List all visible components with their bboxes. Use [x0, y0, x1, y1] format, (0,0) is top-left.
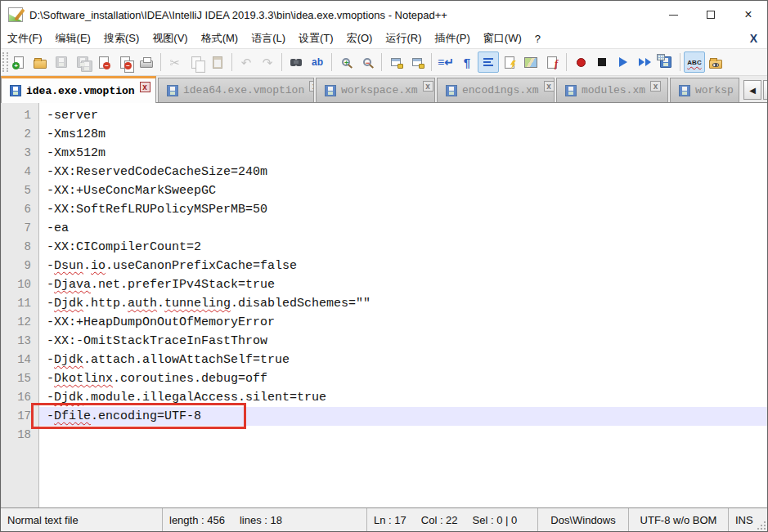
line-number[interactable]: 12: [2, 313, 38, 332]
code-line[interactable]: -Dsun.io.useCanonPrefixCache=false: [39, 257, 767, 275]
line-number[interactable]: 1: [2, 106, 38, 125]
menu-search[interactable]: 搜索(S): [97, 29, 146, 47]
code-line[interactable]: -server: [39, 106, 767, 125]
tab-idea-exe-vmoptions[interactable]: idea.exe.vmoption x: [1, 76, 156, 103]
code-line[interactable]: -Djava.net.preferIPv4Stack=true: [39, 275, 767, 294]
run-macro-multiple-button[interactable]: [634, 51, 655, 73]
line-number[interactable]: 7: [2, 219, 38, 238]
undo-button[interactable]: ↶: [236, 51, 257, 73]
tab-scroll-left-button[interactable]: ◀: [743, 80, 761, 100]
code-line[interactable]: -Djdk.http.auth.tunneling.disabledScheme…: [39, 294, 767, 313]
cut-button[interactable]: ✂: [164, 51, 186, 73]
line-number[interactable]: 6: [2, 200, 38, 219]
maximize-button[interactable]: [692, 1, 730, 29]
line-number[interactable]: 4: [2, 163, 38, 181]
function-list-button[interactable]: [499, 51, 520, 73]
paste-button[interactable]: [207, 51, 228, 73]
find-button[interactable]: [285, 51, 307, 73]
tab-close-icon[interactable]: x: [423, 81, 433, 92]
tab-idea64-exe-vmoptions[interactable]: idea64.exe.vmoption x: [158, 78, 314, 102]
new-file-button[interactable]: +: [8, 51, 29, 73]
tab-close-icon[interactable]: x: [650, 81, 661, 92]
code-line[interactable]: -XX:CICompilerCount=2: [39, 238, 767, 257]
code-line[interactable]: -XX:+UseConcMarkSweepGC: [39, 181, 767, 200]
tab-close-icon[interactable]: x: [309, 81, 314, 92]
word-wrap-button[interactable]: ≡↵: [435, 51, 456, 73]
code-line[interactable]: [39, 426, 767, 445]
code-line[interactable]: -Dfile.encoding=UTF-8: [39, 407, 767, 426]
menu-help[interactable]: ?: [528, 31, 547, 47]
line-number[interactable]: 11: [2, 294, 38, 313]
close-button[interactable]: ×: [730, 1, 767, 29]
line-number[interactable]: 3: [2, 144, 38, 163]
code-line[interactable]: -Djdk.module.illegalAccess.silent=true: [39, 388, 767, 407]
tab-workspace-truncated[interactable]: worksp: [670, 78, 739, 102]
toolbar-grip[interactable]: [2, 52, 8, 72]
tab-workspace-xml[interactable]: workspace.xm x: [316, 78, 435, 102]
stop-macro-button[interactable]: [591, 51, 613, 73]
minimize-button[interactable]: [654, 1, 692, 29]
gutter[interactable]: 123456789101112131415161718: [2, 103, 39, 507]
line-number[interactable]: 5: [2, 181, 38, 200]
document-map-button[interactable]: [520, 51, 541, 73]
line-number[interactable]: 2: [2, 125, 38, 144]
menu-edit[interactable]: 编辑(E): [49, 29, 97, 47]
tab-close-icon[interactable]: x: [140, 82, 150, 92]
line-number[interactable]: 18: [2, 426, 38, 445]
replace-button[interactable]: ab: [307, 51, 328, 73]
code-line[interactable]: -Djdk.attach.allowAttachSelf=true: [39, 351, 767, 369]
spell-check-button[interactable]: ABC: [684, 51, 705, 73]
save-button[interactable]: [51, 51, 72, 73]
open-file-button[interactable]: [29, 51, 51, 73]
menu-settings[interactable]: 设置(T): [292, 29, 340, 47]
code-line[interactable]: -XX:+HeapDumpOnOutOfMemoryError: [39, 313, 767, 332]
editor-area[interactable]: 123456789101112131415161718 -server-Xms1…: [1, 103, 767, 507]
close-document-button[interactable]: −: [93, 51, 115, 73]
tab-modules-xml[interactable]: modules.xm x: [556, 78, 668, 102]
menu-macro[interactable]: 宏(O): [340, 29, 380, 47]
print-button[interactable]: [136, 51, 157, 73]
menu-format[interactable]: 格式(M): [195, 29, 245, 47]
resize-grip[interactable]: [757, 521, 766, 530]
doc-switcher-button[interactable]: f: [541, 51, 563, 73]
menu-language[interactable]: 语言(L): [245, 29, 292, 47]
record-macro-button[interactable]: [570, 51, 591, 73]
menu-view[interactable]: 视图(V): [146, 29, 194, 47]
code-area[interactable]: -server-Xms128m-Xmx512m-XX:ReservedCodeC…: [39, 103, 767, 507]
file-monitoring-button[interactable]: [705, 51, 726, 73]
menu-file[interactable]: 文件(F): [1, 29, 49, 47]
line-number[interactable]: 13: [2, 332, 38, 351]
zoom-out-button[interactable]: −: [357, 51, 378, 73]
code-line[interactable]: -XX:-OmitStackTraceInFastThrow: [39, 332, 767, 351]
line-number[interactable]: 16: [2, 388, 38, 407]
line-number[interactable]: 9: [2, 257, 38, 275]
save-macro-button[interactable]: [655, 51, 676, 73]
close-document-x[interactable]: X: [740, 32, 767, 45]
copy-button[interactable]: [186, 51, 207, 73]
show-paragraph-button[interactable]: ¶: [456, 51, 478, 73]
tab-close-icon[interactable]: x: [544, 81, 555, 92]
code-line[interactable]: -XX:SoftRefLRUPolicyMSPerMB=50: [39, 200, 767, 219]
menu-window[interactable]: 窗口(W): [477, 29, 528, 47]
code-line[interactable]: -XX:ReservedCodeCacheSize=240m: [39, 163, 767, 181]
menu-run[interactable]: 运行(R): [379, 29, 428, 47]
line-number[interactable]: 17: [2, 407, 38, 426]
save-all-button[interactable]: [72, 51, 93, 73]
playback-macro-button[interactable]: [613, 51, 634, 73]
line-number[interactable]: 14: [2, 351, 38, 369]
zoom-in-button[interactable]: +: [335, 51, 357, 73]
code-line[interactable]: -Xmx512m: [39, 144, 767, 163]
show-all-characters-button[interactable]: [478, 51, 499, 73]
code-line[interactable]: -Xms128m: [39, 125, 767, 144]
sync-horizontal-scroll-button[interactable]: [406, 51, 428, 73]
tab-encodings-xml[interactable]: encodings.xm x: [437, 78, 555, 102]
line-number[interactable]: 8: [2, 238, 38, 257]
code-line[interactable]: -Dkotlinx.coroutines.debug=off: [39, 369, 767, 388]
redo-button[interactable]: ↷: [257, 51, 278, 73]
sync-vertical-scroll-button[interactable]: [385, 51, 406, 73]
line-number[interactable]: 15: [2, 369, 38, 388]
line-number[interactable]: 10: [2, 275, 38, 294]
code-line[interactable]: -ea: [39, 219, 767, 238]
tab-scroll-right-button[interactable]: ▶: [763, 80, 768, 100]
menu-plugins[interactable]: 插件(P): [428, 29, 476, 47]
